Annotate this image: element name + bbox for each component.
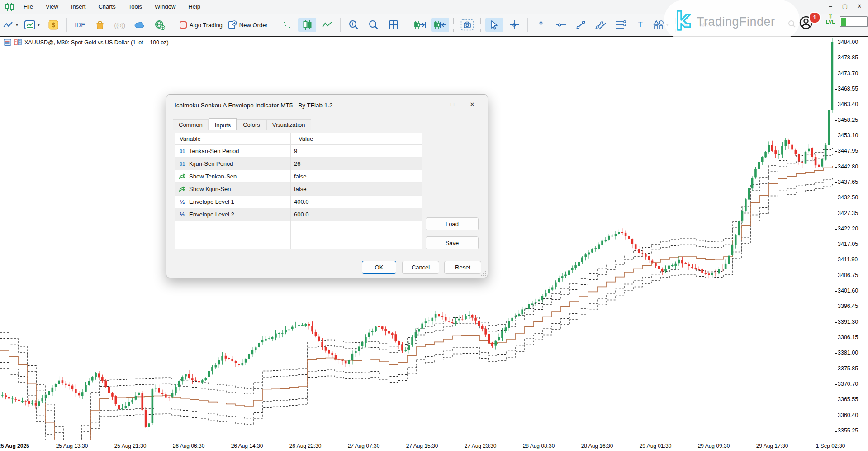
param-row-envelope-level-2[interactable]: ½Envelope Level 2600.0 [175, 208, 422, 221]
time-tick-label: 27 Aug 23:30 [465, 443, 497, 449]
candle-body [455, 321, 457, 324]
ok-button[interactable]: OK [362, 261, 396, 274]
channel-tool-icon[interactable] [592, 18, 610, 32]
new-order-button[interactable]: New Order [226, 18, 270, 32]
param-value[interactable]: false [290, 173, 306, 180]
param-name: Show Kijun-Sen [189, 186, 231, 192]
dialog-maximize-button[interactable]: □ [442, 97, 462, 111]
candle-body [152, 389, 154, 423]
window-minimize-button[interactable]: – [825, 3, 835, 10]
menu-charts[interactable]: Charts [92, 0, 122, 14]
price-tick-mark [835, 291, 837, 292]
dialog-resize-grip[interactable] [481, 271, 486, 276]
menu-insert[interactable]: Insert [65, 0, 92, 14]
trendline-tool-icon[interactable] [572, 18, 590, 32]
vertical-line-tool-icon[interactable] [532, 18, 550, 32]
candle-body [461, 319, 464, 319]
vps-icon[interactable] [151, 18, 169, 32]
cursor-icon[interactable] [485, 18, 503, 32]
tile-windows-icon[interactable] [384, 18, 403, 32]
dialog-minimize-button[interactable]: – [422, 97, 442, 111]
cancel-button[interactable]: Cancel [402, 261, 439, 274]
shift-chart-right-icon[interactable] [411, 18, 429, 32]
market-icon[interactable] [91, 18, 109, 32]
candle-body [658, 266, 660, 269]
profile-button[interactable]: 1 [799, 15, 813, 32]
tab-inputs[interactable]: Inputs [209, 118, 237, 130]
menu-tools[interactable]: Tools [122, 0, 148, 14]
one-click-trading-icon[interactable] [4, 39, 11, 46]
candle-body [641, 254, 644, 254]
lvl-indicator[interactable]: ⇧ LVL [826, 14, 835, 24]
tab-common[interactable]: Common [173, 119, 209, 130]
menu-file[interactable]: File [17, 0, 39, 14]
param-value[interactable]: 600.0 [290, 211, 309, 218]
candle-body [421, 324, 423, 329]
price-tick-label: 3468.55 [838, 86, 858, 92]
candle-body [741, 211, 744, 221]
zoom-in-icon[interactable] [345, 18, 363, 32]
window-maximize-button[interactable]: ▢ [840, 3, 850, 10]
price-tick-mark [835, 307, 837, 307]
param-row-kijun-sen-period[interactable]: 01Kijun-Sen Period26 [175, 158, 422, 170]
tab-colors[interactable]: Colors [237, 119, 266, 130]
candle-body [181, 377, 184, 382]
candle-body [255, 347, 257, 350]
menu-help[interactable]: Help [182, 0, 207, 14]
param-value[interactable]: false [290, 186, 306, 192]
price-tick-label: 3453.10 [838, 132, 858, 139]
price-tick-label: 3365.55 [838, 396, 858, 403]
horizontal-line-tool-icon[interactable] [552, 18, 570, 32]
param-value[interactable]: 9 [290, 148, 297, 154]
svg-text:$: $ [52, 21, 55, 29]
candle-body [225, 356, 227, 359]
zoom-out-icon[interactable] [365, 18, 383, 32]
candle-body [778, 154, 780, 155]
candle-body [511, 318, 513, 321]
screenshot-icon[interactable] [458, 18, 476, 32]
candle-body [591, 249, 593, 252]
crosshair-icon[interactable] [505, 18, 523, 32]
chart-template-icon[interactable]: ▼ [23, 18, 43, 32]
load-button[interactable]: Load [426, 217, 479, 230]
save-button[interactable]: Save [426, 236, 479, 249]
signals-icon[interactable]: ((o)) [111, 18, 129, 32]
parameters-table[interactable]: Variable Value 01Tenkan-Sen Period901Kij… [175, 133, 422, 249]
param-row-tenkan-sen-period[interactable]: 01Tenkan-Sen Period9 [175, 145, 422, 158]
candle-body [701, 269, 703, 273]
param-value[interactable]: 400.0 [290, 198, 309, 205]
indicator-dialog[interactable]: Ichimoku Senkou A Envelope Indicator MT5… [166, 94, 488, 278]
depth-of-market-icon[interactable] [14, 39, 22, 46]
tab-visualization[interactable]: Visualization [266, 119, 311, 130]
price-tick-label: 3417.05 [838, 241, 858, 247]
fibonacci-tool-icon[interactable] [612, 18, 630, 32]
param-row-show-kijun-sen[interactable]: Show Kijun-Senfalse [175, 183, 422, 196]
deposit-icon[interactable]: $ [44, 18, 62, 32]
cloud-icon[interactable] [131, 18, 149, 32]
algo-trading-button[interactable]: Algo Trading [177, 18, 224, 32]
menu-window[interactable]: Window [148, 0, 182, 14]
ide-button[interactable]: IDE [71, 18, 89, 32]
candle-body [65, 384, 67, 385]
candle-body [578, 262, 580, 266]
text-tool-icon[interactable]: T [631, 18, 650, 32]
bar-chart-mode-icon[interactable] [278, 18, 296, 32]
candle-chart-mode-icon[interactable] [298, 18, 316, 32]
price-tick-mark [835, 89, 837, 90]
chart-profile-icon[interactable]: ▼ [1, 18, 21, 32]
shift-chart-left-icon[interactable] [431, 18, 449, 32]
candle-body [705, 273, 707, 274]
param-row-show-tenkan-sen[interactable]: Show Tenkan-Senfalse [175, 170, 422, 183]
dialog-titlebar[interactable]: Ichimoku Senkou A Envelope Indicator MT5… [166, 95, 488, 115]
candle-body [805, 152, 807, 164]
candle-body [401, 345, 403, 350]
candle-body [494, 341, 497, 346]
dialog-close-button[interactable]: ✕ [462, 97, 482, 111]
line-chart-mode-icon[interactable] [318, 18, 336, 32]
reset-button[interactable]: Reset [444, 261, 481, 274]
menu-view[interactable]: View [39, 0, 65, 14]
window-close-button[interactable]: ✕ [854, 3, 864, 10]
candle-body [535, 302, 537, 303]
param-value[interactable]: 26 [290, 160, 300, 167]
param-row-envelope-level-1[interactable]: ½Envelope Level 1400.0 [175, 196, 422, 208]
